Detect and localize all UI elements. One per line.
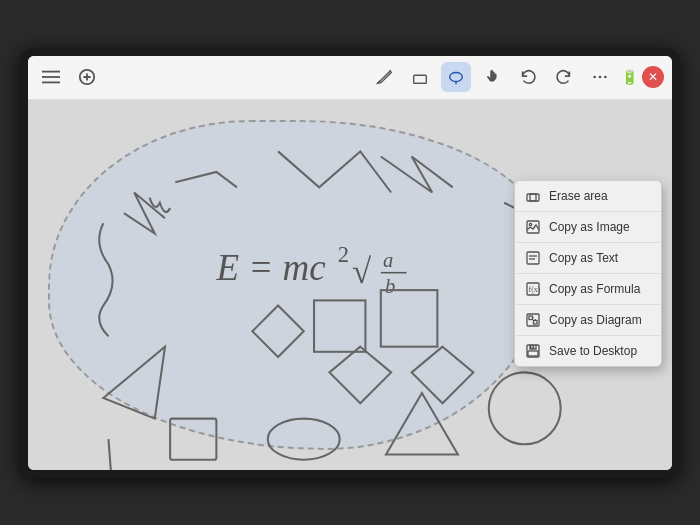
- svg-rect-27: [530, 194, 536, 201]
- redo-button[interactable]: [549, 62, 579, 92]
- svg-point-20: [268, 418, 340, 459]
- svg-rect-2: [42, 82, 60, 84]
- more-button[interactable]: [585, 62, 615, 92]
- battery-icon: 🔋: [621, 69, 638, 86]
- svg-rect-30: [527, 252, 539, 264]
- svg-rect-21: [314, 300, 365, 351]
- undo-button[interactable]: [513, 62, 543, 92]
- pen-button[interactable]: [369, 62, 399, 92]
- svg-rect-19: [170, 418, 216, 459]
- menu-item-save-to-desktop[interactable]: Save to Desktop: [515, 336, 661, 366]
- svg-point-10: [593, 76, 596, 79]
- close-button[interactable]: ✕: [642, 66, 664, 88]
- formula-menu-icon: f(x): [525, 281, 541, 297]
- erase-area-label: Erase area: [549, 189, 608, 203]
- text-menu-icon: [525, 250, 541, 266]
- save-menu-icon: [525, 343, 541, 359]
- context-menu: Erase area Copy as Image Copy as Text: [514, 180, 662, 367]
- svg-text:E = mc: E = mc: [215, 246, 326, 287]
- svg-point-12: [604, 76, 607, 79]
- svg-point-29: [529, 223, 531, 225]
- svg-text:2: 2: [338, 242, 349, 267]
- lasso-button[interactable]: [441, 62, 471, 92]
- svg-rect-41: [531, 345, 534, 348]
- svg-point-11: [599, 76, 602, 79]
- svg-point-9: [450, 73, 463, 82]
- copy-as-formula-label: Copy as Formula: [549, 282, 640, 296]
- svg-rect-37: [534, 320, 538, 324]
- svg-rect-0: [42, 71, 60, 73]
- svg-text:√: √: [352, 251, 372, 290]
- save-to-desktop-label: Save to Desktop: [549, 344, 637, 358]
- svg-rect-36: [529, 316, 533, 320]
- menu-item-copy-as-image[interactable]: Copy as Image: [515, 212, 661, 243]
- canvas-area: E = mc 2 √ a b: [28, 100, 672, 470]
- eraser-menu-icon: [525, 188, 541, 204]
- copy-as-image-label: Copy as Image: [549, 220, 630, 234]
- toolbar: 🔋 ✕: [28, 56, 672, 100]
- image-menu-icon: [525, 219, 541, 235]
- svg-rect-42: [528, 351, 538, 356]
- hand-button[interactable]: [477, 62, 507, 92]
- menu-item-copy-as-text[interactable]: Copy as Text: [515, 243, 661, 274]
- copy-as-diagram-label: Copy as Diagram: [549, 313, 642, 327]
- menu-item-erase-area[interactable]: Erase area: [515, 181, 661, 212]
- toolbar-left: [36, 62, 615, 92]
- copy-as-text-label: Copy as Text: [549, 251, 618, 265]
- add-button[interactable]: [72, 62, 102, 92]
- svg-rect-26: [527, 194, 539, 201]
- svg-rect-7: [414, 75, 427, 83]
- menu-item-copy-as-diagram[interactable]: Copy as Diagram: [515, 305, 661, 336]
- menu-item-copy-as-formula[interactable]: f(x) Copy as Formula: [515, 274, 661, 305]
- screen: 🔋 ✕ E = mc 2 √ a b: [28, 56, 672, 470]
- svg-line-25: [108, 439, 111, 470]
- menu-button[interactable]: [36, 62, 66, 92]
- svg-point-23: [489, 372, 561, 444]
- diagram-menu-icon: [525, 312, 541, 328]
- svg-text:b: b: [385, 275, 395, 297]
- toolbar-right: 🔋 ✕: [621, 66, 664, 88]
- svg-rect-1: [42, 76, 60, 78]
- svg-text:a: a: [383, 248, 393, 270]
- eraser-button[interactable]: [405, 62, 435, 92]
- svg-rect-22: [381, 290, 438, 347]
- device-frame: 🔋 ✕ E = mc 2 √ a b: [20, 48, 680, 478]
- svg-text:f(x): f(x): [529, 285, 541, 294]
